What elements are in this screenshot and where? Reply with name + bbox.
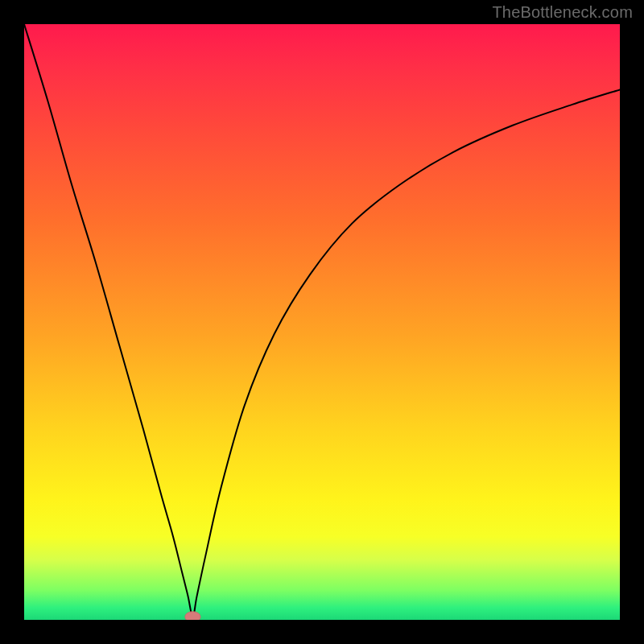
bottleneck-curve <box>24 24 620 617</box>
plot-area <box>24 24 620 620</box>
min-marker <box>185 612 200 620</box>
chart-svg <box>24 24 620 620</box>
chart-frame: TheBottleneck.com <box>0 0 644 644</box>
attribution-label: TheBottleneck.com <box>492 3 633 22</box>
